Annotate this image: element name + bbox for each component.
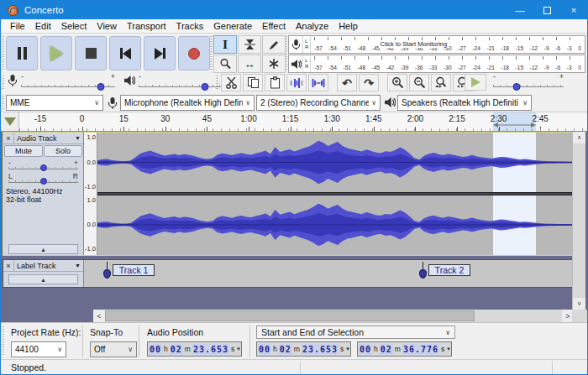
monitor-hint-text[interactable]: Click to Start Monitoring [379,40,449,48]
play-at-speed-button[interactable] [465,74,486,91]
menu-analyze[interactable]: Analyze [291,20,333,32]
recording-volume-knob[interactable] [97,83,105,91]
selection-end-display[interactable]: 00h02m36.776s▾ [357,341,452,357]
label-track[interactable]: × Label Track ▼ ▲ Track 1Track 2 [3,259,574,288]
undo-button[interactable]: ↶ [337,74,357,91]
menu-edit[interactable]: Edit [30,20,56,32]
maximize-button[interactable] [533,1,560,19]
solo-button[interactable]: Solo [44,145,82,157]
time-shift-tool-button[interactable]: ↔ [238,55,261,73]
menu-view[interactable]: View [92,20,122,32]
redo-button[interactable]: ↷ [359,74,379,91]
fit-selection-button[interactable] [431,74,451,91]
envelope-tool-button[interactable] [238,35,261,54]
time-field-caret-icon[interactable]: ▾ [237,346,240,352]
chevron-down-icon: ∨ [57,346,62,353]
label-pin-icon[interactable] [419,269,427,279]
recording-channels-dropdown[interactable]: 2 (Stereo) Recording Channels∨ [256,95,381,111]
close-track-button[interactable]: × [3,260,14,271]
label-pin-icon[interactable] [103,269,111,279]
snap-to-dropdown[interactable]: Off∨ [90,341,137,357]
playback-meter[interactable]: LR -57-54-51-48-45-42-39-36-33-30-27-24-… [288,55,585,73]
selection-format-dropdown[interactable]: Start and End of Selection ∨ [256,326,455,339]
copy-button[interactable] [243,74,263,91]
playback-device-dropdown[interactable]: Speakers (Realtek High Definiti∨ [397,95,532,111]
recording-volume-slider[interactable]: - + [21,74,115,91]
pencil-icon [268,39,280,50]
play-button[interactable] [40,36,72,70]
audio-track[interactable]: × Audio Track ▼ Mute Solo - + L R [3,132,574,256]
minimize-button[interactable]: — [507,1,533,19]
zoom-out-button[interactable] [409,74,429,91]
close-button[interactable]: × [560,1,587,19]
gain-slider[interactable]: - + [8,159,78,171]
pause-button[interactable] [6,36,38,70]
timeline-tick: 1:30 [323,114,339,123]
menu-tracks[interactable]: Tracks [171,20,209,32]
multi-tool-button[interactable] [262,55,286,73]
track-menu-caret-icon[interactable]: ▼ [75,263,81,268]
collapse-track-button[interactable]: ▲ [8,244,78,254]
cut-button[interactable] [221,74,241,91]
trim-audio-button[interactable] [286,74,307,91]
toolbar-dock: I ↔ LR -57-54-51-48-45-42-39-36-33-30-27 [1,34,587,94]
time-field-caret-icon[interactable]: ▾ [447,346,450,352]
chevron-down-icon: ∨ [445,329,450,336]
menu-select[interactable]: Select [56,20,92,32]
track-title[interactable]: Label Track [14,262,75,270]
label-text[interactable]: Track 2 [428,264,471,276]
scroll-left-button[interactable]: < [93,310,105,322]
silence-audio-button[interactable] [308,74,328,91]
selection-tool-button[interactable]: I [213,35,237,54]
zoom-in-button[interactable] [387,74,407,91]
project-rate-dropdown[interactable]: 44100∨ [11,341,66,357]
double-arrow-icon: ↔ [244,58,255,70]
label-track-content[interactable]: Track 1Track 2 [84,260,573,287]
close-track-button[interactable]: × [3,133,14,143]
time-field-caret-icon[interactable]: ▾ [346,346,349,352]
envelope-icon [244,39,256,50]
pan-knob[interactable] [40,178,47,185]
stop-icon [86,48,97,59]
edit-toolbar: ↶ ↷ [221,74,473,91]
zoom-tool-button[interactable] [213,55,237,73]
paste-button[interactable] [265,74,285,91]
timeline-ruler[interactable]: -1501530451:001:151:301:452:002:152:302:… [1,112,587,132]
tools-toolbar: I ↔ [213,35,286,73]
skip-to-end-icon [155,48,165,60]
waveform-display[interactable] [97,133,573,255]
recording-device-dropdown[interactable]: Microphone (Realtek High Defini∨ [120,95,255,111]
mute-button[interactable]: Mute [4,145,43,157]
vertical-scrollbar[interactable]: ∧ ∨ [572,132,585,310]
draw-tool-button[interactable] [262,35,286,54]
label-text[interactable]: Track 1 [113,264,155,276]
record-button[interactable] [178,36,210,70]
menu-generate[interactable]: Generate [208,20,257,32]
scroll-up-button[interactable]: ∧ [573,132,585,143]
horizontal-scroll-thumb[interactable] [105,310,475,321]
horizontal-scrollbar[interactable]: < > [93,310,574,322]
audio-host-dropdown[interactable]: MME∨ [6,95,103,111]
menu-effect[interactable]: Effect [257,20,291,32]
playback-volume-knob[interactable] [202,83,209,91]
scroll-down-button[interactable]: ∨ [573,298,585,310]
stop-button[interactable] [75,36,107,70]
skip-to-start-icon [120,48,131,60]
skip-to-end-button[interactable] [144,36,176,70]
selection-start-display[interactable]: 00h02m23.653s▾ [256,341,351,357]
skip-to-start-button[interactable] [109,36,141,70]
silence-audio-icon [312,77,325,89]
menu-transport[interactable]: Transport [122,20,171,32]
recording-meter[interactable]: LR -57-54-51-48-45-42-39-36-33-30-27-24-… [288,35,585,54]
collapse-track-button[interactable]: ▲ [8,274,78,284]
waveform-channel-right [97,195,573,254]
track-title[interactable]: Audio Track [14,134,75,143]
pan-slider[interactable]: L R [8,172,78,185]
playback-speed-knob[interactable] [512,83,520,91]
menu-file[interactable]: File [5,20,30,32]
menu-help[interactable]: Help [333,20,363,32]
track-menu-caret-icon[interactable]: ▼ [75,135,81,141]
gain-knob[interactable] [40,164,47,171]
audio-position-display[interactable]: 00h02m23.653s▾ [147,341,242,357]
playback-speed-slider[interactable]: - + [493,74,564,91]
